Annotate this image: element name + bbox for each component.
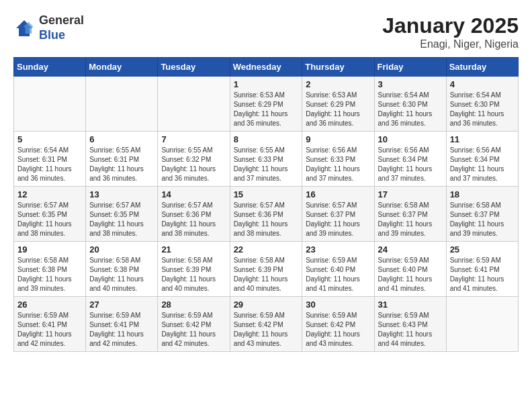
weekday-sunday: Sunday <box>14 58 86 77</box>
page-header: General Blue January 2025 Enagi, Niger, … <box>13 13 519 50</box>
day-number: 8 <box>234 134 299 144</box>
week-row-3: 12Sunrise: 6:57 AMSunset: 6:35 PMDayligh… <box>14 187 519 242</box>
weekday-tuesday: Tuesday <box>158 58 230 77</box>
day-info: Sunrise: 6:54 AMSunset: 6:30 PMDaylight:… <box>450 91 515 128</box>
day-number: 3 <box>378 79 443 89</box>
logo-blue-text: Blue <box>39 28 65 42</box>
day-number: 10 <box>378 134 443 144</box>
day-cell: 28Sunrise: 6:59 AMSunset: 6:42 PMDayligh… <box>158 297 230 352</box>
day-info: Sunrise: 6:55 AMSunset: 6:31 PMDaylight:… <box>89 146 154 183</box>
day-info: Sunrise: 6:55 AMSunset: 6:33 PMDaylight:… <box>234 146 299 183</box>
day-number: 14 <box>161 189 226 199</box>
logo-general-text: General <box>39 13 84 27</box>
weekday-saturday: Saturday <box>446 58 518 77</box>
day-number: 15 <box>234 189 299 199</box>
day-number: 20 <box>89 244 154 255</box>
day-info: Sunrise: 6:57 AMSunset: 6:36 PMDaylight:… <box>161 201 226 238</box>
day-number: 30 <box>306 300 370 310</box>
day-number: 6 <box>89 134 154 144</box>
day-info: Sunrise: 6:59 AMSunset: 6:42 PMDaylight:… <box>234 311 299 349</box>
day-info: Sunrise: 6:59 AMSunset: 6:41 PMDaylight:… <box>450 256 515 293</box>
day-info: Sunrise: 6:56 AMSunset: 6:34 PMDaylight:… <box>450 146 515 183</box>
week-row-4: 19Sunrise: 6:58 AMSunset: 6:38 PMDayligh… <box>14 242 519 297</box>
day-info: Sunrise: 6:57 AMSunset: 6:35 PMDaylight:… <box>89 201 154 238</box>
day-cell: 13Sunrise: 6:57 AMSunset: 6:35 PMDayligh… <box>86 187 158 242</box>
day-cell: 7Sunrise: 6:55 AMSunset: 6:32 PMDaylight… <box>158 132 230 187</box>
day-number: 24 <box>378 244 443 255</box>
day-number: 16 <box>306 189 370 199</box>
day-info: Sunrise: 6:59 AMSunset: 6:41 PMDaylight:… <box>89 311 154 349</box>
day-number: 11 <box>450 134 515 144</box>
day-cell: 22Sunrise: 6:58 AMSunset: 6:39 PMDayligh… <box>230 242 302 297</box>
day-cell: 14Sunrise: 6:57 AMSunset: 6:36 PMDayligh… <box>158 187 230 242</box>
day-cell <box>446 297 518 352</box>
week-row-2: 5Sunrise: 6:54 AMSunset: 6:31 PMDaylight… <box>14 132 519 187</box>
day-cell: 19Sunrise: 6:58 AMSunset: 6:38 PMDayligh… <box>14 242 86 297</box>
day-number: 27 <box>89 300 154 310</box>
day-cell: 23Sunrise: 6:59 AMSunset: 6:40 PMDayligh… <box>302 242 374 297</box>
day-cell <box>14 77 86 132</box>
day-number: 17 <box>378 189 443 199</box>
day-cell: 21Sunrise: 6:58 AMSunset: 6:39 PMDayligh… <box>158 242 230 297</box>
day-cell: 9Sunrise: 6:56 AMSunset: 6:33 PMDaylight… <box>302 132 374 187</box>
day-info: Sunrise: 6:59 AMSunset: 6:41 PMDaylight:… <box>17 311 82 349</box>
day-cell: 17Sunrise: 6:58 AMSunset: 6:37 PMDayligh… <box>374 187 446 242</box>
weekday-header-row: SundayMondayTuesdayWednesdayThursdayFrid… <box>14 58 519 77</box>
day-cell: 29Sunrise: 6:59 AMSunset: 6:42 PMDayligh… <box>230 297 302 352</box>
day-info: Sunrise: 6:58 AMSunset: 6:39 PMDaylight:… <box>161 256 226 293</box>
day-cell: 24Sunrise: 6:59 AMSunset: 6:40 PMDayligh… <box>374 242 446 297</box>
day-cell: 18Sunrise: 6:58 AMSunset: 6:37 PMDayligh… <box>446 187 518 242</box>
day-number: 9 <box>306 134 370 144</box>
day-number: 1 <box>234 79 299 89</box>
day-number: 2 <box>306 79 370 89</box>
day-info: Sunrise: 6:59 AMSunset: 6:42 PMDaylight:… <box>306 311 370 349</box>
day-number: 18 <box>450 189 515 199</box>
day-info: Sunrise: 6:58 AMSunset: 6:37 PMDaylight:… <box>450 201 515 238</box>
day-cell: 4Sunrise: 6:54 AMSunset: 6:30 PMDaylight… <box>446 77 518 132</box>
day-number: 28 <box>161 300 226 310</box>
day-info: Sunrise: 6:53 AMSunset: 6:29 PMDaylight:… <box>234 91 299 128</box>
day-number: 19 <box>17 244 82 255</box>
day-info: Sunrise: 6:59 AMSunset: 6:40 PMDaylight:… <box>378 256 443 293</box>
day-number: 21 <box>161 244 226 255</box>
day-cell: 16Sunrise: 6:57 AMSunset: 6:37 PMDayligh… <box>302 187 374 242</box>
logo: General Blue <box>13 13 84 42</box>
day-cell: 31Sunrise: 6:59 AMSunset: 6:43 PMDayligh… <box>374 297 446 352</box>
day-info: Sunrise: 6:53 AMSunset: 6:29 PMDaylight:… <box>306 91 370 128</box>
day-info: Sunrise: 6:58 AMSunset: 6:38 PMDaylight:… <box>89 256 154 293</box>
day-number: 4 <box>450 79 515 89</box>
day-info: Sunrise: 6:57 AMSunset: 6:37 PMDaylight:… <box>306 201 370 238</box>
logo-icon <box>13 17 35 39</box>
day-cell: 26Sunrise: 6:59 AMSunset: 6:41 PMDayligh… <box>14 297 86 352</box>
day-number: 25 <box>450 244 515 255</box>
day-cell: 27Sunrise: 6:59 AMSunset: 6:41 PMDayligh… <box>86 297 158 352</box>
weekday-friday: Friday <box>374 58 446 77</box>
day-cell: 30Sunrise: 6:59 AMSunset: 6:42 PMDayligh… <box>302 297 374 352</box>
day-cell <box>158 77 230 132</box>
week-row-1: 1Sunrise: 6:53 AMSunset: 6:29 PMDaylight… <box>14 77 519 132</box>
day-info: Sunrise: 6:59 AMSunset: 6:40 PMDaylight:… <box>306 256 370 293</box>
day-info: Sunrise: 6:58 AMSunset: 6:38 PMDaylight:… <box>17 256 82 293</box>
day-number: 22 <box>234 244 299 255</box>
day-info: Sunrise: 6:54 AMSunset: 6:31 PMDaylight:… <box>17 146 82 183</box>
day-cell: 8Sunrise: 6:55 AMSunset: 6:33 PMDaylight… <box>230 132 302 187</box>
day-number: 12 <box>17 189 82 199</box>
weekday-thursday: Thursday <box>302 58 374 77</box>
day-info: Sunrise: 6:54 AMSunset: 6:30 PMDaylight:… <box>378 91 443 128</box>
day-info: Sunrise: 6:59 AMSunset: 6:42 PMDaylight:… <box>161 311 226 349</box>
day-number: 13 <box>89 189 154 199</box>
day-cell: 3Sunrise: 6:54 AMSunset: 6:30 PMDaylight… <box>374 77 446 132</box>
day-cell <box>86 77 158 132</box>
day-cell: 2Sunrise: 6:53 AMSunset: 6:29 PMDaylight… <box>302 77 374 132</box>
day-cell: 6Sunrise: 6:55 AMSunset: 6:31 PMDaylight… <box>86 132 158 187</box>
day-info: Sunrise: 6:56 AMSunset: 6:33 PMDaylight:… <box>306 146 370 183</box>
day-cell: 11Sunrise: 6:56 AMSunset: 6:34 PMDayligh… <box>446 132 518 187</box>
day-number: 31 <box>378 300 443 310</box>
calendar-table: SundayMondayTuesdayWednesdayThursdayFrid… <box>13 57 519 352</box>
day-number: 23 <box>306 244 370 255</box>
day-cell: 25Sunrise: 6:59 AMSunset: 6:41 PMDayligh… <box>446 242 518 297</box>
day-info: Sunrise: 6:56 AMSunset: 6:34 PMDaylight:… <box>378 146 443 183</box>
day-info: Sunrise: 6:57 AMSunset: 6:35 PMDaylight:… <box>17 201 82 238</box>
day-number: 29 <box>234 300 299 310</box>
calendar-header: SundayMondayTuesdayWednesdayThursdayFrid… <box>14 58 519 77</box>
